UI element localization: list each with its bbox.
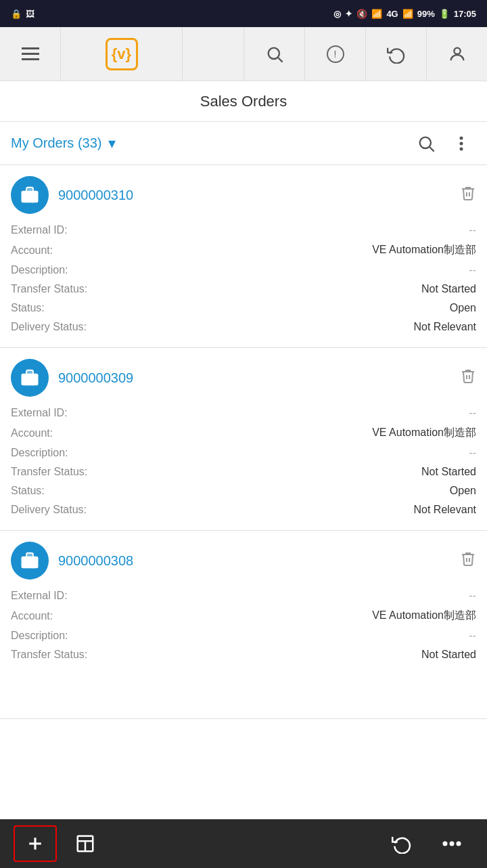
- account-field: Account: VE Automation制造部: [11, 422, 476, 443]
- search-icon: [417, 134, 436, 153]
- svg-point-10: [28, 559, 32, 563]
- svg-point-0: [268, 47, 279, 58]
- lock-icon: 🔒: [11, 9, 22, 19]
- order-fields: External ID: -- Account: VE Automation制造…: [11, 404, 476, 519]
- order-icon: [11, 359, 49, 397]
- wifi-icon: 📶: [371, 9, 382, 19]
- svg-point-17: [450, 842, 455, 846]
- order-card[interactable]: 9000000308 External ID: -- Account: VE A…: [0, 531, 487, 719]
- account-field: Account: VE Automation制造部: [11, 605, 476, 626]
- logo-icon: {v}: [106, 38, 138, 70]
- refresh-bottom-button[interactable]: [380, 825, 423, 862]
- alert-icon: !: [327, 45, 344, 63]
- svg-line-4: [430, 147, 434, 151]
- hamburger-icon[interactable]: [22, 47, 39, 60]
- transfer-status-field: Transfer Status: Not Started: [11, 462, 476, 481]
- sales-order-icon: [20, 550, 40, 571]
- transfer-status-field: Transfer Status: Not Started: [11, 645, 476, 664]
- delete-button[interactable]: [460, 368, 476, 388]
- order-header-left: 9000000310: [11, 176, 133, 214]
- refresh-button[interactable]: [365, 27, 426, 81]
- orders-list: 9000000310 External ID: -- Account: VE A…: [0, 165, 487, 719]
- delete-button[interactable]: [460, 185, 476, 205]
- svg-point-7: [460, 147, 463, 150]
- trash-icon: [460, 368, 476, 384]
- status-bar-right: ◎ ✦ 🔇 📶 4G 📶 99% 🔋 17:05: [333, 9, 476, 19]
- refresh-icon: [387, 45, 406, 64]
- search-button[interactable]: [244, 27, 304, 81]
- order-header-left: 9000000308: [11, 542, 133, 580]
- mute-icon: 🔇: [356, 9, 367, 19]
- chevron-down-icon: ▾: [108, 135, 116, 152]
- delete-button[interactable]: [460, 550, 476, 571]
- layout-button[interactable]: [64, 825, 107, 862]
- order-icon: [11, 542, 49, 580]
- transfer-status-field: Transfer Status: Not Started: [11, 280, 476, 299]
- bottom-bar: [0, 819, 487, 868]
- app-logo: {v}: [61, 27, 183, 81]
- status-bar-left: 🔒 🖼: [11, 9, 34, 19]
- description-field: Description: --: [11, 443, 476, 462]
- order-header-left: 9000000309: [11, 359, 133, 397]
- bluetooth-icon: ✦: [345, 9, 352, 19]
- profile-icon: [448, 45, 467, 64]
- app-bar: {v} !: [0, 27, 487, 81]
- filter-text: My Orders (33): [11, 135, 101, 151]
- filter-actions: [411, 129, 476, 158]
- vertical-dots-icon: [459, 134, 463, 153]
- add-button[interactable]: [14, 825, 57, 862]
- network-4g: 4G: [386, 9, 398, 19]
- svg-point-3: [420, 137, 431, 148]
- bottom-bar-right: [380, 825, 473, 862]
- order-fields: External ID: -- Account: VE Automation制造…: [11, 221, 476, 337]
- status-field: Status: Open: [11, 481, 476, 500]
- order-card[interactable]: 9000000310 External ID: -- Account: VE A…: [0, 165, 487, 348]
- svg-point-6: [460, 142, 463, 145]
- app-bar-actions: !: [183, 27, 487, 81]
- delivery-status-field: Delivery Status: Not Relevant: [11, 318, 476, 337]
- sales-order-icon: [20, 185, 40, 205]
- layout-icon: [75, 833, 95, 854]
- description-field: Description: --: [11, 261, 476, 280]
- trash-icon: [460, 185, 476, 201]
- order-id[interactable]: 9000000308: [58, 553, 133, 569]
- battery-icon: 🔋: [439, 9, 450, 19]
- description-field: Description: --: [11, 626, 476, 645]
- order-fields: External ID: -- Account: VE Automation制造…: [11, 586, 476, 664]
- order-id[interactable]: 9000000309: [58, 370, 133, 386]
- external-id-field: External ID: --: [11, 404, 476, 422]
- svg-point-2: [454, 47, 460, 53]
- filter-search-button[interactable]: [411, 129, 441, 158]
- order-id[interactable]: 9000000310: [58, 188, 133, 203]
- external-id-field: External ID: --: [11, 221, 476, 240]
- account-field: Account: VE Automation制造部: [11, 240, 476, 261]
- more-bottom-button[interactable]: [430, 825, 473, 862]
- status-bar: 🔒 🖼 ◎ ✦ 🔇 📶 4G 📶 99% 🔋 17:05: [0, 0, 487, 27]
- dots-icon: [442, 840, 462, 847]
- filter-label[interactable]: My Orders (33) ▾: [11, 135, 116, 152]
- svg-point-9: [28, 376, 32, 381]
- trash-icon: [460, 550, 476, 567]
- filter-row: My Orders (33) ▾: [0, 122, 487, 165]
- svg-point-16: [443, 842, 448, 846]
- location-icon: ◎: [333, 9, 341, 19]
- search-icon: [265, 45, 284, 64]
- alert-button[interactable]: !: [304, 27, 365, 81]
- profile-button[interactable]: [426, 27, 487, 81]
- delivery-status-field: Delivery Status: Not Relevant: [11, 500, 476, 519]
- order-header: 9000000309: [11, 359, 476, 397]
- image-icon: 🖼: [26, 9, 34, 19]
- sales-order-icon: [20, 368, 40, 388]
- svg-line-1: [278, 58, 282, 62]
- menu-button[interactable]: [0, 27, 61, 81]
- battery-label: 99%: [417, 9, 435, 19]
- svg-point-8: [28, 194, 32, 198]
- more-options-button[interactable]: [446, 129, 476, 158]
- signal-icon: 📶: [402, 9, 413, 19]
- status-field: Status: Open: [11, 299, 476, 318]
- order-card[interactable]: 9000000309 External ID: -- Account: VE A…: [0, 348, 487, 531]
- order-header: 9000000310: [11, 176, 476, 214]
- page-title: Sales Orders: [200, 93, 287, 110]
- external-id-field: External ID: --: [11, 586, 476, 605]
- order-icon: [11, 176, 49, 214]
